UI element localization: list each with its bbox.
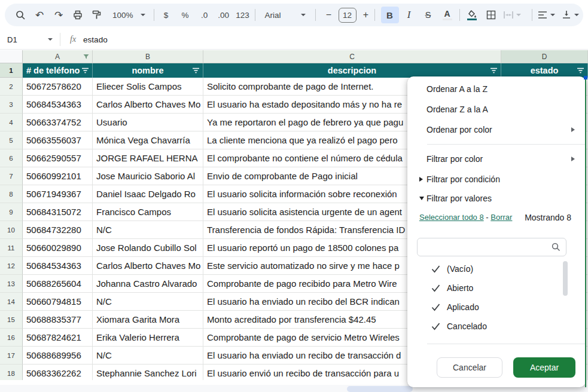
- row-number[interactable]: 18: [0, 365, 23, 380]
- menu-item-filter-by-condition[interactable]: Filtrar por condición: [426, 174, 500, 184]
- cell-nombre[interactable]: Daniel Isaac Delgado Ro: [93, 185, 203, 203]
- cell-nombre[interactable]: Mónica Vega Chavarría: [93, 131, 203, 149]
- search-input[interactable]: [418, 238, 552, 256]
- column-header-B[interactable]: B: [93, 50, 203, 63]
- percent-format-button[interactable]: %: [176, 7, 194, 23]
- cell-nombre[interactable]: Usuario: [93, 114, 203, 131]
- row-number[interactable]: 12: [0, 257, 23, 275]
- row-number[interactable]: 16: [0, 329, 23, 347]
- cell-phone[interactable]: 50662590557: [23, 149, 93, 167]
- row-number[interactable]: 15: [0, 311, 23, 329]
- row-number[interactable]: 17: [0, 347, 23, 365]
- currency-format-button[interactable]: $: [157, 7, 175, 23]
- undo-icon[interactable]: ↶: [31, 7, 48, 23]
- cell-phone[interactable]: 50672578620: [23, 78, 93, 96]
- cell-nombre[interactable]: Carlos Alberto Chaves Mo: [93, 96, 203, 114]
- decrease-decimals-button[interactable]: .0: [196, 7, 214, 23]
- menu-item-filter-by-color[interactable]: Filtrar por color: [426, 154, 483, 164]
- cell-phone[interactable]: 50660992101: [23, 167, 93, 185]
- cell-nombre[interactable]: Stephannie Sanchez Lori: [93, 365, 203, 380]
- formula-input[interactable]: estado: [83, 35, 108, 44]
- more-formats-button[interactable]: 123: [234, 7, 252, 23]
- row-number[interactable]: 10: [0, 221, 23, 239]
- row-number[interactable]: 9: [0, 203, 23, 221]
- values-scrollbar[interactable]: [563, 261, 568, 296]
- cell-phone[interactable]: 50688689956: [23, 347, 93, 365]
- column-header-D[interactable]: D: [501, 50, 588, 63]
- row-number[interactable]: 1: [0, 63, 23, 78]
- fill-color-button[interactable]: [463, 7, 481, 23]
- row-number[interactable]: 8: [0, 185, 23, 203]
- cell-nombre[interactable]: Johanna Castro Alvarado: [93, 275, 203, 293]
- collapse-arrow-icon[interactable]: [419, 197, 424, 200]
- merge-cells-button[interactable]: [501, 7, 523, 23]
- header-cell-phone[interactable]: # de teléfono: [23, 63, 93, 78]
- fill-handle[interactable]: [584, 76, 587, 79]
- increase-decimals-button[interactable]: .00: [215, 7, 233, 23]
- italic-button[interactable]: I: [400, 7, 418, 23]
- cell-phone[interactable]: 50671949367: [23, 185, 93, 203]
- cell-phone[interactable]: 50688835377: [23, 311, 93, 329]
- increase-font-size-button[interactable]: +: [360, 7, 372, 23]
- cell-phone[interactable]: 50683362262: [23, 365, 93, 380]
- strikethrough-button[interactable]: S: [419, 7, 437, 23]
- paint-format-icon[interactable]: [88, 7, 106, 23]
- row-number[interactable]: 4: [0, 114, 23, 131]
- cell-phone[interactable]: 50684534363: [23, 96, 93, 114]
- filter-value-vacío[interactable]: (Vacío): [431, 263, 473, 275]
- clear-link[interactable]: Borrar: [490, 213, 512, 222]
- row-number[interactable]: 14: [0, 293, 23, 311]
- menu-item-sort-by-color[interactable]: Ordenar por color: [426, 125, 492, 134]
- cell-nombre[interactable]: Carlos Alberto Chaves Mo: [93, 257, 203, 275]
- cell-nombre[interactable]: Jose Rolando Cubillo Sol: [93, 239, 203, 257]
- header-cell-estado[interactable]: estado: [501, 63, 588, 78]
- cell-phone[interactable]: 50684732280: [23, 221, 93, 239]
- cell-phone[interactable]: 50663556037: [23, 131, 93, 149]
- cell-nombre[interactable]: JORGE RAFAEL HERNA: [93, 149, 203, 167]
- select-all-corner[interactable]: [0, 50, 23, 63]
- font-size-input[interactable]: 12: [339, 8, 357, 23]
- cell-phone[interactable]: 50684534363: [23, 257, 93, 275]
- filter-value-abierto[interactable]: Abierto: [431, 282, 473, 294]
- cell-nombre[interactable]: Jose Mauricio Saborio Al: [93, 167, 203, 185]
- filter-value-cancelado[interactable]: Cancelado: [431, 320, 487, 332]
- row-number[interactable]: 5: [0, 131, 23, 149]
- cell-phone[interactable]: 50660794815: [23, 293, 93, 311]
- vertical-align-button[interactable]: [559, 7, 583, 23]
- cell-phone[interactable]: 50684315072: [23, 203, 93, 221]
- text-color-button[interactable]: A: [438, 7, 456, 23]
- borders-button[interactable]: [482, 7, 500, 23]
- row-number[interactable]: 2: [0, 78, 23, 96]
- cell-nombre[interactable]: Eliecer Solis Campos: [93, 78, 203, 96]
- menu-item-sort-za[interactable]: Ordenar Z a la A: [426, 105, 488, 114]
- bold-button[interactable]: B: [381, 7, 399, 23]
- header-cell-descripcion[interactable]: descripcion: [203, 63, 501, 78]
- cell-phone[interactable]: 50688265604: [23, 275, 93, 293]
- cell-nombre[interactable]: Xiomara Garita Mora: [93, 311, 203, 329]
- cell-phone[interactable]: 50660029890: [23, 239, 93, 257]
- accept-button[interactable]: Aceptar: [513, 357, 575, 378]
- cell-phone[interactable]: 50663374752: [23, 114, 93, 131]
- horizontal-scrollbar-thumb[interactable]: [347, 386, 413, 392]
- row-number[interactable]: 7: [0, 167, 23, 185]
- horizontal-align-button[interactable]: [535, 7, 559, 23]
- search-icon[interactable]: [11, 7, 29, 23]
- cell-nombre[interactable]: Erika Valerio Herrera: [93, 329, 203, 347]
- cell-nombre[interactable]: N/C: [93, 221, 203, 239]
- font-menu[interactable]: Arial: [258, 7, 313, 23]
- redo-icon[interactable]: ↷: [50, 7, 68, 23]
- name-box[interactable]: D1: [0, 35, 60, 44]
- cell-nombre[interactable]: N/C: [93, 347, 203, 365]
- filter-value-aplicado[interactable]: Aplicado: [431, 301, 479, 313]
- row-number[interactable]: 13: [0, 275, 23, 293]
- cell-nombre[interactable]: N/C: [93, 293, 203, 311]
- header-cell-nombre[interactable]: nombre: [93, 63, 203, 78]
- cancel-button[interactable]: Cancelar: [437, 357, 502, 378]
- row-number[interactable]: 6: [0, 149, 23, 167]
- row-number[interactable]: 11: [0, 239, 23, 257]
- cell-phone[interactable]: 50687824621: [23, 329, 93, 347]
- column-header-C[interactable]: C: [203, 50, 501, 63]
- expand-arrow-icon[interactable]: [419, 177, 423, 182]
- column-header-A[interactable]: A: [23, 50, 93, 63]
- print-icon[interactable]: [69, 7, 87, 23]
